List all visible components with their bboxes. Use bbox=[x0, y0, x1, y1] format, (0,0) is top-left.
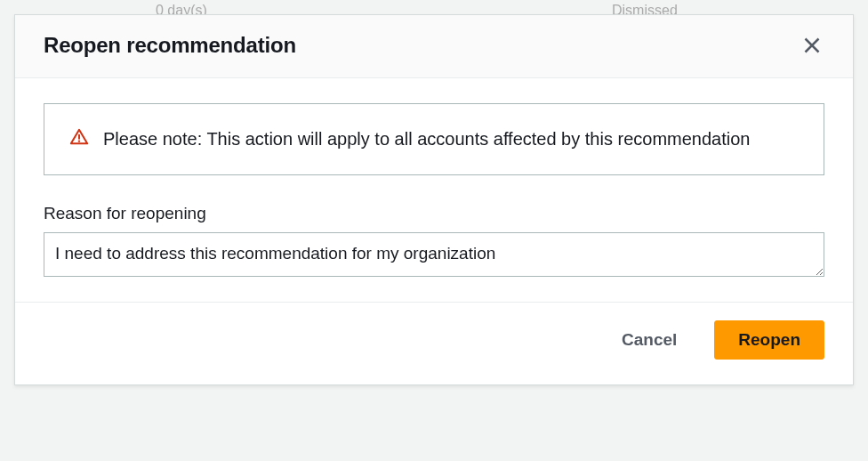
reason-label: Reason for reopening bbox=[44, 204, 824, 223]
close-icon bbox=[803, 36, 821, 54]
reason-input[interactable] bbox=[44, 232, 824, 277]
modal-title: Reopen recommendation bbox=[44, 33, 296, 58]
reopen-modal: Reopen recommendation Please note: This … bbox=[14, 14, 854, 385]
close-button[interactable] bbox=[800, 33, 824, 58]
warning-icon bbox=[69, 127, 89, 147]
alert-box: Please note: This action will apply to a… bbox=[44, 103, 824, 175]
cancel-button[interactable]: Cancel bbox=[599, 320, 700, 360]
svg-point-3 bbox=[78, 140, 80, 142]
reopen-button[interactable]: Reopen bbox=[714, 320, 824, 360]
alert-text: Please note: This action will apply to a… bbox=[103, 125, 750, 153]
modal-footer: Cancel Reopen bbox=[15, 302, 853, 384]
modal-header: Reopen recommendation bbox=[15, 15, 853, 78]
modal-body: Please note: This action will apply to a… bbox=[15, 78, 853, 302]
